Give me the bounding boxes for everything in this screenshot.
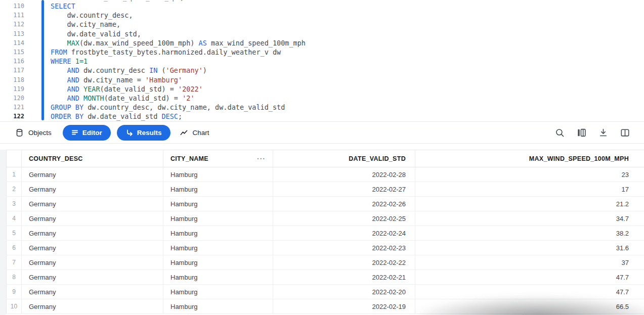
cell-max_wind_speed_100m_mph[interactable]: 38.2 — [415, 226, 644, 241]
cell-country_desc[interactable]: Germany — [22, 182, 163, 197]
code-line[interactable]: 119 AND YEAR(date_valid_std) = '2022' — [0, 84, 644, 94]
cell-max_wind_speed_100m_mph[interactable]: 21.2 — [415, 197, 644, 211]
cell-date_valid_std[interactable]: 2022-02-23 — [273, 241, 415, 255]
columns-icon[interactable] — [576, 127, 587, 138]
cell-city_name[interactable]: Hamburg — [163, 167, 273, 182]
cell-city_name[interactable]: Hamburg — [163, 226, 273, 241]
cell-max_wind_speed_100m_mph[interactable]: 66.5 — [415, 299, 644, 314]
cell-date_valid_std[interactable]: 2022-02-21 — [273, 270, 415, 285]
row-number[interactable]: 5 — [7, 226, 22, 241]
line-number: 111 — [0, 11, 24, 20]
column-header-max_wind_speed_100m_mph[interactable]: MAX_WIND_SPEED_100M_MPH — [415, 150, 644, 167]
row-number[interactable]: 2 — [7, 182, 22, 197]
code-line[interactable]: 115FROM frostbyte_tasty_bytes.harmonized… — [0, 48, 644, 57]
grid-header-row: COUNTRY_DESCCITY_NAME···DATE_VALID_STDMA… — [7, 150, 644, 167]
cell-country_desc[interactable]: Germany — [22, 285, 163, 299]
cell-city_name[interactable]: Hamburg — [163, 182, 273, 197]
search-icon[interactable] — [554, 127, 565, 138]
row-number[interactable]: 1 — [7, 167, 22, 182]
line-number: 116 — [0, 57, 24, 66]
code-line[interactable]: 122ORDER BY dw.date_valid_std DESC; — [0, 112, 644, 121]
code-line[interactable]: 118 AND dw.city_name = 'Hamburg' — [0, 75, 644, 84]
code-line[interactable]: 117 AND dw.country_desc IN ('Germany') — [0, 66, 644, 75]
cell-date_valid_std[interactable]: 2022-02-27 — [273, 182, 415, 197]
code-text: AND YEAR(date_valid_std) = '2022' — [51, 84, 203, 94]
cell-max_wind_speed_100m_mph[interactable]: 31.6 — [415, 241, 644, 255]
editor-tab-button[interactable]: Editor — [63, 125, 111, 141]
results-panel: COUNTRY_DESCCITY_NAME···DATE_VALID_STDMA… — [0, 144, 644, 315]
row-number[interactable]: 3 — [7, 197, 22, 211]
column-header-country_desc[interactable]: COUNTRY_DESC — [22, 150, 163, 167]
objects-button[interactable]: Objects — [15, 128, 52, 137]
cell-date_valid_std[interactable]: 2022-02-26 — [273, 197, 415, 211]
column-header-city_name[interactable]: CITY_NAME··· — [163, 150, 273, 167]
column-header-label: COUNTRY_DESC — [29, 155, 83, 162]
cell-city_name[interactable]: Hamburg — [163, 197, 273, 211]
cell-date_valid_std[interactable]: 2022-02-19 — [273, 299, 415, 314]
row-number[interactable]: 9 — [7, 285, 22, 299]
cell-country_desc[interactable]: Germany — [22, 270, 163, 285]
code-text: WHERE 1=1 — [51, 57, 88, 66]
split-view-icon[interactable] — [619, 127, 630, 138]
row-number[interactable]: 7 — [7, 255, 22, 270]
line-number: 112 — [0, 20, 24, 29]
code-text: FROM frostbyte_tasty_bytes.harmonized.da… — [51, 48, 281, 57]
row-number[interactable]: 6 — [7, 241, 22, 255]
code-text: dw.city_name, — [51, 20, 120, 29]
code-line[interactable]: 114 MAX(dw.max_wind_speed_100m_mph) AS m… — [0, 38, 644, 48]
cell-country_desc[interactable]: Germany — [22, 241, 163, 255]
cell-max_wind_speed_100m_mph[interactable]: 17 — [415, 182, 644, 197]
column-header-label: DATE_VALID_STD — [349, 155, 406, 162]
cell-max_wind_speed_100m_mph[interactable]: 47.7 — [415, 270, 644, 285]
code-line[interactable]: 116WHERE 1=1 — [0, 57, 644, 66]
cell-country_desc[interactable]: Germany — [22, 167, 163, 182]
table-row: 1GermanyHamburg2022-02-2823 — [7, 167, 644, 182]
cell-max_wind_speed_100m_mph[interactable]: 47.7 — [415, 285, 644, 299]
download-icon[interactable] — [597, 127, 609, 138]
cell-date_valid_std[interactable]: 2022-02-28 — [273, 167, 415, 182]
cell-date_valid_std[interactable]: 2022-02-24 — [273, 226, 415, 241]
cell-date_valid_std[interactable]: 2022-02-22 — [273, 255, 415, 270]
table-row: 9GermanyHamburg2022-02-2047.7 — [7, 285, 644, 299]
sql-editor[interactable]: dw.max_wind_speed_100m_mph, 110SELECT111… — [0, 0, 644, 121]
column-header-date_valid_std[interactable]: DATE_VALID_STD — [273, 150, 415, 167]
code-line[interactable]: 111 dw.country_desc, — [0, 11, 644, 20]
cell-city_name[interactable]: Hamburg — [163, 255, 273, 270]
line-number: 117 — [0, 66, 24, 75]
cell-city_name[interactable]: Hamburg — [163, 241, 273, 255]
chart-line-icon — [180, 128, 188, 137]
code-line[interactable]: 120 AND MONTH(date_valid_std) = '2' — [0, 94, 644, 103]
line-number: 115 — [0, 48, 24, 57]
cell-city_name[interactable]: Hamburg — [163, 270, 273, 285]
cell-max_wind_speed_100m_mph[interactable]: 34.7 — [415, 211, 644, 226]
results-tab-button[interactable]: Results — [117, 125, 170, 141]
code-line[interactable]: 113 dw.date_valid_std, — [0, 29, 644, 38]
row-number[interactable]: 4 — [7, 211, 22, 226]
cell-country_desc[interactable]: Germany — [22, 211, 163, 226]
code-lines: 110SELECT111 dw.country_desc,112 dw.city… — [0, 2, 644, 121]
cell-date_valid_std[interactable]: 2022-02-25 — [273, 211, 415, 226]
code-text: AND MONTH(date_valid_std) = '2' — [51, 94, 195, 103]
cell-max_wind_speed_100m_mph[interactable]: 23 — [415, 167, 644, 182]
table-row: 2GermanyHamburg2022-02-2717 — [7, 182, 644, 197]
row-number[interactable]: 10 — [7, 299, 22, 314]
cell-country_desc[interactable]: Germany — [22, 255, 163, 270]
chart-tab-button[interactable]: Chart — [180, 128, 209, 137]
cell-city_name[interactable]: Hamburg — [163, 211, 273, 226]
cell-country_desc[interactable]: Germany — [22, 299, 163, 314]
row-number[interactable]: 8 — [7, 270, 22, 285]
results-arrow-icon — [125, 129, 133, 137]
column-header-label: CITY_NAME — [170, 155, 208, 162]
code-line[interactable]: 110SELECT — [0, 2, 644, 11]
cell-date_valid_std[interactable]: 2022-02-20 — [273, 285, 415, 299]
cell-max_wind_speed_100m_mph[interactable]: 37 — [415, 255, 644, 270]
code-text: MAX(dw.max_wind_speed_100m_mph) AS max_w… — [51, 38, 306, 48]
cell-city_name[interactable]: Hamburg — [163, 285, 273, 299]
code-line[interactable]: 121GROUP BY dw.country_desc, dw.city_nam… — [0, 103, 644, 112]
code-line[interactable]: 112 dw.city_name, — [0, 20, 644, 29]
cell-city_name[interactable]: Hamburg — [163, 299, 273, 314]
cell-country_desc[interactable]: Germany — [22, 197, 163, 211]
column-menu-icon[interactable]: ··· — [257, 155, 266, 162]
table-row: 3GermanyHamburg2022-02-2621.2 — [7, 197, 644, 211]
cell-country_desc[interactable]: Germany — [22, 226, 163, 241]
